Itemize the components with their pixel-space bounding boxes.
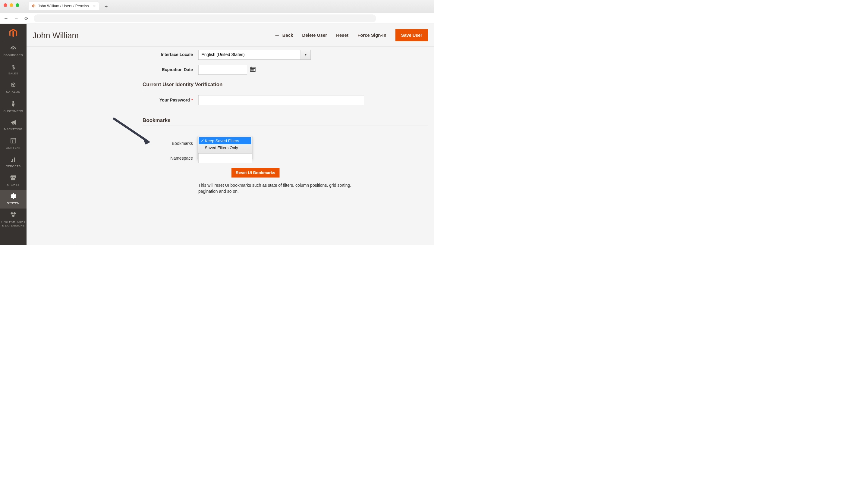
- sidebar-label: DASHBOARD: [4, 54, 23, 57]
- gear-icon: [10, 193, 16, 201]
- tab-title: John William / Users / Permiss: [38, 4, 89, 8]
- bookmarks-label: Bookmarks: [143, 141, 198, 146]
- sidebar-label: FIND PARTNERS& EXTENSIONS: [1, 220, 26, 227]
- sidebar-item-stores[interactable]: STORES: [0, 172, 27, 190]
- page-header: John William ← Back Delete User Reset Fo…: [27, 24, 434, 47]
- browser-tab-bar: John William / Users / Permiss × +: [0, 0, 434, 13]
- url-bar[interactable]: [34, 14, 376, 22]
- sidebar-item-dashboard[interactable]: DASHBOARD: [0, 42, 27, 61]
- blocks-icon: [10, 212, 16, 219]
- save-user-button[interactable]: Save User: [396, 29, 428, 41]
- browser-back-button[interactable]: ←: [3, 16, 9, 21]
- admin-sidebar: DASHBOARD $ SALES CATALOG CUSTOMERS MARK…: [0, 24, 27, 245]
- sidebar-item-reports[interactable]: REPORTS: [0, 153, 27, 172]
- sidebar-label: CUSTOMERS: [3, 109, 23, 112]
- svg-rect-4: [251, 69, 252, 70]
- sidebar-item-customers[interactable]: CUSTOMERS: [0, 97, 27, 117]
- sidebar-label: SYSTEM: [7, 202, 20, 205]
- sidebar-label: REPORTS: [6, 165, 21, 168]
- box-icon: [10, 82, 16, 89]
- select-dropdown-button[interactable]: ▼: [301, 50, 311, 60]
- sidebar-label: MARKETING: [4, 128, 23, 131]
- header-actions: ← Back Delete User Reset Force Sign-In S…: [274, 29, 428, 41]
- browser-reload-button[interactable]: ⟳: [24, 15, 30, 21]
- store-icon: [10, 175, 16, 182]
- magento-logo-icon: [9, 29, 18, 38]
- magento-favicon: [32, 4, 36, 8]
- verification-heading: Current User Identity Verification: [143, 81, 428, 90]
- browser-forward-button[interactable]: →: [13, 16, 19, 21]
- password-label: Your Password*: [143, 98, 198, 103]
- reset-button[interactable]: Reset: [336, 33, 348, 38]
- delete-user-button[interactable]: Delete User: [302, 33, 327, 38]
- dashboard-icon: [10, 46, 16, 53]
- layout-icon: [10, 138, 16, 145]
- svg-rect-5: [252, 69, 253, 70]
- help-text-row: This will reset UI bookmarks such as sta…: [143, 183, 428, 194]
- expiration-date-label: Expiration Date: [143, 67, 198, 72]
- namespace-label: Namespace: [143, 156, 198, 161]
- back-label: Back: [282, 33, 293, 38]
- calendar-icon[interactable]: [250, 66, 256, 73]
- password-field: Your Password*: [143, 95, 428, 105]
- page-title: John William: [33, 30, 79, 40]
- main-content: John William ← Back Delete User Reset Fo…: [27, 24, 434, 245]
- namespace-field: Namespace: [143, 153, 428, 163]
- bookmarks-field: Bookmarks Keep Saved Filters Saved Filte…: [143, 138, 428, 149]
- interface-locale-label: Interface Locale: [143, 53, 198, 57]
- interface-locale-select[interactable]: [198, 50, 301, 60]
- new-tab-button[interactable]: +: [104, 3, 108, 10]
- reset-bookmarks-button[interactable]: Reset UI Bookmarks: [231, 168, 279, 178]
- svg-rect-8: [252, 70, 253, 70]
- expiration-date-input[interactable]: [198, 65, 247, 75]
- arrow-left-icon: ←: [274, 32, 280, 38]
- sidebar-item-sales[interactable]: $ SALES: [0, 61, 27, 79]
- sidebar-item-content[interactable]: CONTENT: [0, 135, 27, 153]
- person-icon: [11, 101, 15, 108]
- sidebar-label: SALES: [8, 72, 18, 75]
- browser-toolbar: ← → ⟳: [0, 13, 434, 24]
- reset-bookmarks-row: Reset UI Bookmarks: [143, 168, 428, 178]
- force-signin-button[interactable]: Force Sign-In: [358, 33, 386, 38]
- bookmarks-heading: Bookmarks: [143, 117, 428, 126]
- megaphone-icon: [10, 120, 16, 127]
- expiration-date-field: Expiration Date: [143, 65, 428, 75]
- svg-rect-7: [251, 70, 252, 70]
- sidebar-item-system[interactable]: SYSTEM: [0, 190, 27, 209]
- sidebar-label: STORES: [7, 183, 20, 186]
- window-controls: [4, 3, 19, 7]
- dropdown-option-saved-only[interactable]: Saved Filters Only: [199, 144, 251, 152]
- bars-icon: [10, 157, 16, 164]
- back-button[interactable]: ← Back: [274, 32, 293, 38]
- sidebar-label: CATALOG: [6, 90, 20, 94]
- minimize-window-button[interactable]: [10, 3, 13, 7]
- dropdown-option-keep-saved[interactable]: Keep Saved Filters: [199, 137, 251, 144]
- svg-rect-6: [253, 69, 254, 70]
- interface-locale-field: Interface Locale ▼: [143, 50, 428, 60]
- namespace-select[interactable]: [198, 153, 252, 163]
- sidebar-item-catalog[interactable]: CATALOG: [0, 78, 27, 97]
- sidebar-label: CONTENT: [6, 146, 21, 150]
- dollar-icon: $: [12, 64, 15, 71]
- maximize-window-button[interactable]: [16, 3, 19, 7]
- logo[interactable]: [4, 25, 22, 41]
- sidebar-item-partners[interactable]: FIND PARTNERS& EXTENSIONS: [0, 209, 27, 231]
- close-window-button[interactable]: [4, 3, 7, 7]
- sidebar-item-marketing[interactable]: MARKETING: [0, 116, 27, 135]
- password-input[interactable]: [198, 95, 364, 105]
- help-text: This will reset UI bookmarks such as sta…: [198, 183, 364, 194]
- svg-rect-9: [253, 70, 254, 70]
- browser-tab[interactable]: John William / Users / Permiss ×: [28, 1, 99, 10]
- tab-close-icon[interactable]: ×: [93, 4, 96, 8]
